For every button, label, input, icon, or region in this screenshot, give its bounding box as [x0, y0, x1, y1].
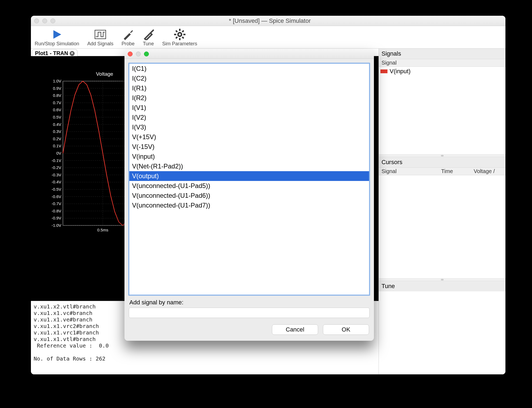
signal-list-item[interactable]: V(unconnected-(U1-Pad7)) [129, 200, 369, 210]
cursors-header: Signal Time Voltage / [379, 167, 505, 175]
svg-text:0.5ms: 0.5ms [97, 228, 108, 232]
signal-row[interactable]: V(input) [380, 68, 504, 75]
svg-text:-0.8V: -0.8V [52, 209, 61, 213]
tune-label: Tune [143, 41, 154, 47]
svg-text:-0.2V: -0.2V [52, 165, 61, 170]
tune-button[interactable]: Tune [140, 28, 157, 48]
run-button[interactable]: Run/Stop Simulation [32, 28, 82, 48]
svg-text:-0.5V: -0.5V [52, 187, 61, 192]
ok-button[interactable]: OK [323, 324, 369, 335]
traffic-close-icon[interactable] [34, 18, 39, 23]
dialog-min-icon [136, 52, 141, 56]
svg-line-8 [182, 31, 184, 32]
svg-text:0.7V: 0.7V [53, 100, 61, 105]
signal-list-item[interactable]: V(-15V) [129, 142, 369, 152]
svg-text:-0.1V: -0.1V [52, 158, 61, 163]
signals-header-label: Signal [382, 60, 397, 66]
probe-icon [122, 29, 134, 40]
plot-tab-label: Plot1 - TRAN [35, 50, 68, 56]
signal-list-item[interactable]: V(unconnected-(U1-Pad6)) [129, 191, 369, 200]
signals-panel-title: Signals [379, 49, 505, 59]
play-icon [51, 29, 63, 40]
cursors-col-voltage: Voltage / [474, 168, 495, 174]
add-signals-button[interactable]: Add Signals [85, 28, 116, 48]
signal-list-item[interactable]: V(+15V) [129, 132, 369, 142]
toolbar: Run/Stop Simulation Add Signals Probe Tu… [31, 26, 505, 49]
dialog-close-icon[interactable] [128, 52, 133, 56]
svg-text:-1.0V: -1.0V [52, 223, 61, 228]
tune-body[interactable] [379, 291, 505, 374]
add-signal-label: Add signal by name: [124, 299, 374, 308]
probe-button[interactable]: Probe [119, 28, 137, 48]
sim-params-label: Sim Parameters [162, 41, 197, 47]
window-title: * [Unsaved] — Spice Simulator [55, 17, 484, 24]
signal-list-item[interactable]: I(V2) [129, 113, 369, 122]
svg-text:-0.6V: -0.6V [52, 194, 61, 199]
probe-label: Probe [121, 41, 134, 47]
svg-text:-0.4V: -0.4V [52, 180, 61, 184]
traffic-lights [34, 18, 55, 23]
svg-text:0.4V: 0.4V [53, 122, 61, 127]
signal-name: V(input) [390, 68, 411, 75]
add-signal-dialog: I(C1)I(C2)I(R1)I(R2)I(V1)I(V2)I(V3)V(+15… [124, 49, 374, 341]
dialog-traffic-lights [128, 52, 149, 56]
titlebar: * [Unsaved] — Spice Simulator [31, 16, 505, 26]
svg-text:-0.7V: -0.7V [52, 201, 61, 206]
signal-list-item[interactable]: I(V3) [129, 122, 369, 132]
traffic-max-icon[interactable] [50, 18, 55, 23]
gear-icon [174, 29, 185, 40]
add-signals-label: Add Signals [87, 41, 113, 47]
run-label: Run/Stop Simulation [35, 41, 79, 47]
signal-list-item[interactable]: I(V1) [129, 103, 369, 113]
svg-text:-0.9V: -0.9V [52, 216, 61, 220]
signal-list-item[interactable]: V(unconnected-(U1-Pad5)) [129, 181, 369, 191]
close-icon[interactable]: ✕ [70, 51, 75, 56]
svg-line-7 [182, 37, 184, 38]
chart-title: Voltage [96, 71, 113, 77]
cursors-col-signal: Signal [382, 168, 433, 174]
svg-line-9 [176, 37, 177, 38]
svg-text:-0.3V: -0.3V [52, 173, 61, 177]
svg-text:0.5V: 0.5V [53, 115, 61, 119]
sim-params-button[interactable]: Sim Parameters [159, 28, 200, 48]
svg-text:0.8V: 0.8V [53, 93, 61, 98]
signal-list-item[interactable]: I(R1) [129, 83, 369, 93]
svg-text:0V: 0V [56, 151, 61, 155]
signal-list-item[interactable]: V(Net-(R1-Pad2)) [129, 161, 369, 171]
svg-text:0.9V: 0.9V [53, 86, 61, 91]
signals-list[interactable]: V(input) [379, 67, 505, 154]
svg-text:1.0V: 1.0V [53, 79, 61, 83]
panel-resize-handle[interactable] [379, 154, 505, 157]
dialog-zoom-icon[interactable] [144, 52, 149, 56]
svg-line-6 [176, 31, 177, 32]
tune-panel-title: Tune [379, 281, 505, 291]
svg-text:0.1V: 0.1V [53, 144, 61, 148]
signal-list-item[interactable]: V(output) [129, 171, 369, 181]
signal-list-item[interactable]: I(C1) [129, 64, 369, 74]
svg-rect-0 [95, 30, 106, 39]
traffic-min-icon[interactable] [42, 18, 47, 23]
signal-list[interactable]: I(C1)I(C2)I(R1)I(R2)I(V1)I(V2)I(V3)V(+15… [128, 63, 370, 296]
signal-name-input[interactable] [129, 308, 370, 318]
cursors-col-time: Time [441, 168, 466, 174]
cursors-panel-title: Cursors [379, 157, 505, 167]
svg-text:0.3V: 0.3V [53, 129, 61, 134]
signal-list-item[interactable]: I(R2) [129, 93, 369, 103]
square-wave-icon [95, 29, 106, 40]
cancel-button[interactable]: Cancel [272, 324, 318, 335]
panel-resize-handle[interactable] [379, 278, 505, 281]
dialog-titlebar [124, 49, 374, 59]
dialog-buttons: Cancel OK [124, 324, 374, 341]
svg-text:0.2V: 0.2V [53, 136, 61, 141]
signal-color-swatch [380, 69, 387, 73]
signals-header: Signal [379, 59, 505, 67]
right-column: Signals Signal V(input) Cursors Signal T… [379, 49, 505, 374]
signal-list-item[interactable]: I(C2) [129, 74, 369, 83]
signal-list-item[interactable]: V(input) [129, 152, 369, 161]
cursors-body[interactable] [379, 175, 505, 278]
svg-point-1 [178, 33, 181, 36]
svg-text:0.6V: 0.6V [53, 107, 61, 112]
screwdriver-icon [143, 29, 154, 40]
